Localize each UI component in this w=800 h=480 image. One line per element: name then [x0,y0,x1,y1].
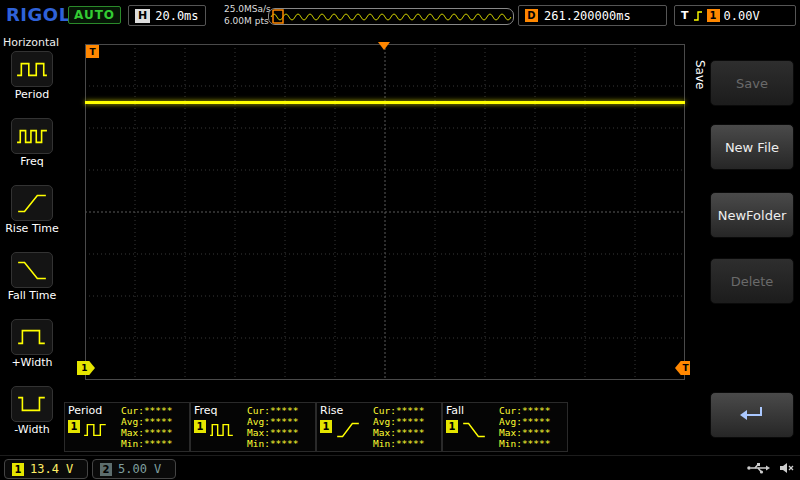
freq-icon [16,124,48,148]
channel1-badge: 1 [12,463,24,476]
measure-avg: Avg:***** [499,416,550,427]
rise-wave-icon [335,420,361,440]
waveform-memory-preview[interactable] [268,8,514,25]
sidebar-item-label: -Width [0,423,64,436]
measure-min: Min:***** [121,438,172,449]
acquisition-info: 25.0MSa/s 6.00M pts [224,3,271,27]
horizontal-timebase-group[interactable]: H 20.0ms [128,5,206,26]
sidebar-item-label: +Width [0,356,64,369]
save-button[interactable]: Save [710,60,794,106]
sidebar-item-freq[interactable]: Freq [0,118,64,183]
t-label: T [681,9,689,22]
measure-cur: Cur:***** [499,405,550,416]
usb-icon [746,461,770,475]
measurement-panel-fall: Fall 1 Cur:***** Avg:***** Max:***** Min… [442,402,568,452]
trigger-corner-marker: T [86,45,99,58]
rising-edge-icon [693,10,703,22]
enter-button[interactable] [710,392,794,438]
measure-max: Max:***** [499,427,550,438]
sidebar-item-period[interactable]: Period [0,51,64,116]
period-wave-icon [83,420,109,440]
sidebar-item-label: Fall Time [0,289,64,302]
oscilloscope-screen: RIGOL AUTO H 20.0ms 25.0MSa/s 6.00M pts … [0,0,800,480]
channel-badge: 1 [320,420,332,433]
new-folder-button[interactable]: NewFolder [710,192,794,238]
plus-width-icon [16,325,48,349]
preview-window-indicator [273,10,283,23]
measure-max: Max:***** [247,427,298,438]
period-icon [16,57,48,81]
measure-avg: Avg:***** [121,416,172,427]
d-label: D [525,9,538,22]
measure-sidebar: Horizontal Period Freq Rise Time Fall Ti… [0,32,64,455]
channel-badge: 1 [68,420,80,433]
sidebar-item-label: Period [0,88,64,101]
measurement-panel-period: Period 1 Cur:***** Avg:***** Max:***** M… [64,402,190,452]
system-tray [746,461,794,475]
measurement-panel-freq: Freq 1 Cur:***** Avg:***** Max:***** Min… [190,402,316,452]
delay-value: 261.200000ms [544,9,631,23]
channel2-status[interactable]: 2 5.00 V [92,459,176,479]
softkey-menu: Save Save New File NewFolder Delete [690,32,800,455]
trigger-source-badge: 1 [707,9,720,22]
rise-time-icon [16,191,48,215]
new-file-button[interactable]: New File [710,124,794,170]
measure-min: Min:***** [373,438,424,449]
trigger-level-value: 0.00V [724,9,760,23]
display-area: T 1 T Period 1 Cur:***** Avg:***** Max:*… [64,32,690,455]
sidebar-item-minus-width[interactable]: -Width [0,386,64,451]
h-label: H [135,9,150,23]
sidebar-item-label: Rise Time [0,222,64,235]
sidebar-item-rise-time[interactable]: Rise Time [0,185,64,250]
measure-max: Max:***** [373,427,424,438]
channel1-status[interactable]: 1 13.4 V [4,459,88,479]
channel1-trace [85,101,685,104]
measure-cur: Cur:***** [247,405,298,416]
measure-avg: Avg:***** [247,416,298,427]
timebase-value: 20.0ms [155,9,198,23]
channel2-badge: 2 [100,463,112,476]
grid [85,44,685,380]
rigol-logo: RIGOL [6,4,71,25]
preview-sine-icon [269,9,513,24]
sample-rate: 25.0MSa/s [224,3,271,15]
measure-min: Min:***** [499,438,550,449]
sidebar-item-label: Freq [0,155,64,168]
trigger-position-icon[interactable] [378,42,390,50]
sidebar-item-fall-time[interactable]: Fall Time [0,252,64,317]
sidebar-item-plus-width[interactable]: +Width [0,319,64,384]
graticule: T 1 T [85,44,685,380]
measurement-panel-rise: Rise 1 Cur:***** Avg:***** Max:***** Min… [316,402,442,452]
channel2-scale: 5.00 V [118,462,161,476]
sidebar-title: Horizontal [3,36,64,49]
delete-button[interactable]: Delete [710,258,794,304]
measure-max: Max:***** [121,427,172,438]
channel-badge: 1 [194,420,206,433]
fall-wave-icon [461,420,487,440]
bottom-status-bar: 1 13.4 V 2 5.00 V [0,455,800,480]
measurement-bar: Period 1 Cur:***** Avg:***** Max:***** M… [64,402,690,452]
minus-width-icon [16,392,48,416]
channel-badge: 1 [446,420,458,433]
top-status-bar: RIGOL AUTO H 20.0ms 25.0MSa/s 6.00M pts … [0,0,800,33]
menu-tab-save: Save [693,60,707,89]
memory-depth: 6.00M pts [224,15,271,27]
return-arrow-icon [737,404,767,426]
run-status-badge: AUTO [68,6,121,24]
measure-cur: Cur:***** [121,405,172,416]
channel1-scale: 13.4 V [30,462,73,476]
delay-group: D 261.200000ms [518,5,667,26]
measure-cur: Cur:***** [373,405,424,416]
trigger-group[interactable]: T 1 0.00V [674,5,796,26]
freq-wave-icon [209,420,235,440]
measure-min: Min:***** [247,438,298,449]
fall-time-icon [16,258,48,282]
speaker-muted-icon[interactable] [778,461,794,475]
measure-avg: Avg:***** [373,416,424,427]
